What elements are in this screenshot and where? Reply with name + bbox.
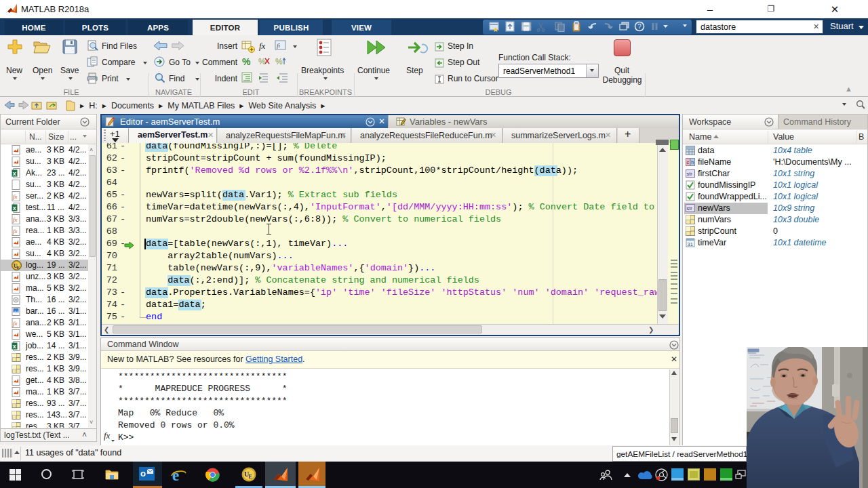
svg-text:str: str	[687, 171, 693, 177]
svg-text:x: x	[13, 205, 16, 211]
svg-text:fx: fx	[13, 228, 18, 235]
svg-text:h: h	[691, 160, 694, 165]
svg-text:?: ?	[637, 23, 642, 30]
svg-text:E: E	[249, 474, 252, 480]
svg-text:%: %	[242, 56, 251, 67]
svg-text:%: %	[258, 57, 266, 66]
svg-text:fx: fx	[13, 193, 18, 200]
svg-text:fx: fx	[13, 216, 18, 223]
svg-text:x: x	[13, 170, 16, 177]
svg-text:fi: fi	[277, 42, 281, 49]
svg-text:fx: fx	[13, 320, 18, 327]
svg-text:str: str	[687, 205, 693, 211]
svg-text:E: E	[17, 265, 20, 270]
svg-text:c: c	[687, 160, 690, 165]
svg-text:e: e	[172, 467, 179, 483]
svg-text:x: x	[13, 343, 16, 350]
svg-text:fx: fx	[259, 41, 266, 51]
svg-text:fx: fx	[104, 430, 111, 441]
svg-text:%: %	[275, 57, 283, 66]
svg-text:●: ●	[738, 471, 741, 475]
svg-text:31: 31	[688, 241, 693, 247]
